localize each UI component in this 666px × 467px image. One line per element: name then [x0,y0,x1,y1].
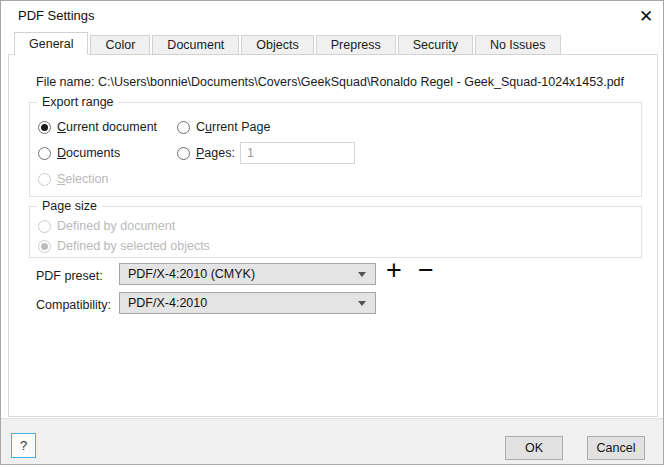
compatibility-dropdown[interactable]: PDF/X-4:2010 [119,292,376,314]
radio-current-page[interactable]: Current Page [177,120,270,134]
pdf-preset-value: PDF/X-4:2010 (CMYK) [120,267,358,281]
tab-security[interactable]: Security [398,35,473,55]
page-size-legend: Page size [37,199,102,213]
radio-label: Current document [57,120,157,134]
help-button[interactable]: ? [11,433,36,458]
tab-objects[interactable]: Objects [241,35,313,55]
tab-no-issues[interactable]: No Issues [475,35,561,55]
file-name-label: File name: [36,75,94,89]
radio-label: Defined by document [57,219,175,233]
radio-button-icon [177,121,190,134]
close-icon[interactable]: ✕ [633,4,659,28]
pdf-preset-dropdown[interactable]: PDF/X-4:2010 (CMYK) [119,263,376,285]
radio-button-icon [177,147,190,160]
file-name-path: C:\Users\bonnie\Documents\Covers\GeekSqu… [98,75,624,89]
tab-bar: General Color Document Objects Prepress … [14,32,563,55]
radio-button-icon [38,173,51,186]
chevron-down-icon [358,301,366,306]
radio-label: Pages: [196,146,235,160]
tab-color[interactable]: Color [90,35,150,55]
pages-input[interactable] [240,142,355,164]
remove-preset-button[interactable]: − [418,257,434,283]
add-preset-button[interactable]: + [386,257,402,283]
radio-label: Selection [57,172,108,186]
radio-button-icon [38,147,51,160]
pdf-settings-dialog: PDF Settings ✕ General Color Document Ob… [0,0,664,465]
export-range-legend: Export range [37,95,119,109]
radio-documents[interactable]: Documents [38,146,120,160]
dialog-footer: ? OK Cancel [1,418,663,465]
radio-button-icon [38,121,51,134]
cancel-button[interactable]: Cancel [587,436,645,460]
ok-button[interactable]: OK [505,436,563,460]
radio-selection: Selection [38,172,108,186]
compatibility-value: PDF/X-4:2010 [120,296,358,310]
radio-pages[interactable]: Pages: [177,146,235,160]
radio-defined-by-document: Defined by document [38,219,175,233]
radio-current-document[interactable]: Current document [38,120,157,134]
tab-prepress[interactable]: Prepress [316,35,396,55]
tab-document[interactable]: Document [152,35,239,55]
radio-button-icon [38,240,51,253]
radio-defined-by-selected-objects: Defined by selected objects [38,239,210,253]
tab-general[interactable]: General [14,32,88,55]
dialog-title: PDF Settings [18,8,95,23]
pdf-preset-label: PDF preset: [36,269,103,283]
radio-label: Documents [57,146,120,160]
radio-button-icon [38,220,51,233]
radio-label: Current Page [196,120,270,134]
radio-label: Defined by selected objects [57,239,210,253]
chevron-down-icon [358,272,366,277]
compatibility-label: Compatibility: [36,298,111,312]
